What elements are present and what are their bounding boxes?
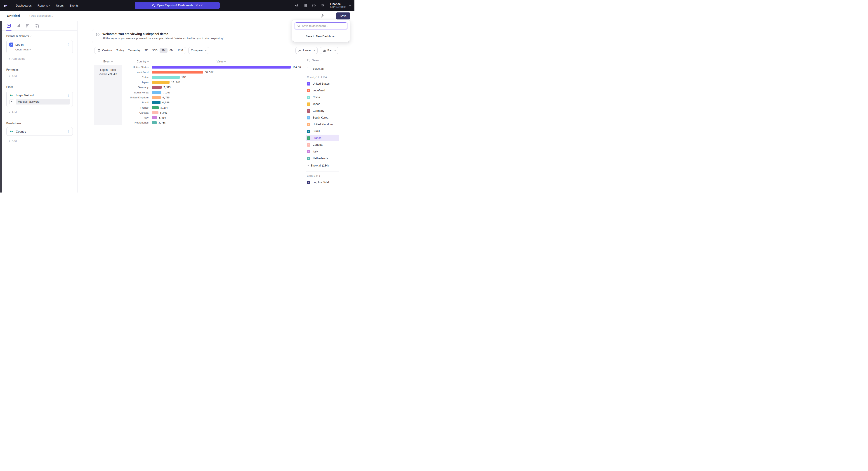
column-header-event[interactable]: Event [94, 60, 122, 63]
date-range-30d[interactable]: 30D [150, 48, 160, 53]
add-description-field[interactable]: + Add description... [29, 14, 53, 18]
date-range-6m[interactable]: 6M [167, 48, 176, 53]
country-filter-item[interactable]: Germany [306, 108, 339, 114]
select-all-row[interactable]: – Select all [306, 67, 339, 70]
tab-insights[interactable] [7, 24, 11, 28]
mixpanel-logo[interactable] [4, 3, 8, 8]
column-header-country[interactable]: Country [122, 60, 152, 63]
value-bar[interactable] [152, 121, 157, 124]
value-bar[interactable] [152, 111, 158, 114]
add-breakdown-button[interactable]: + Add [8, 139, 77, 143]
metric-kebab-icon[interactable]: ⋮ [67, 43, 70, 46]
nav-item-dashboards[interactable]: Dashboards [16, 4, 32, 7]
country-filter-item[interactable]: Brazil [306, 128, 339, 135]
breakdown-card[interactable]: Aa Country ⋮ [6, 127, 73, 136]
apps-grid-icon[interactable] [303, 3, 307, 7]
country-filter-checkbox[interactable] [307, 82, 310, 86]
country-filter-checkbox[interactable] [307, 109, 310, 113]
value-bar[interactable] [152, 76, 180, 79]
filter-card[interactable]: Aa Login Method ⋮ = Manual Password [6, 91, 73, 107]
tab-flows[interactable] [26, 24, 30, 28]
country-filter-item[interactable]: Japan [306, 101, 339, 108]
country-filter-item[interactable]: China [306, 94, 339, 101]
global-search-button[interactable]: Open Reports & Dashboards ⌘ + K [135, 2, 220, 9]
breakdown-property-name[interactable]: Country [16, 130, 65, 133]
add-metric-button[interactable]: + Add Metric [8, 57, 77, 60]
country-filter-item[interactable]: undefined [306, 87, 339, 94]
chart-mode-button[interactable]: Linear [296, 47, 318, 54]
metric-aggregation[interactable]: Count Total [16, 48, 70, 51]
country-filter-checkbox[interactable] [307, 89, 310, 92]
tab-funnels[interactable] [16, 24, 20, 28]
country-filter-checkbox[interactable] [307, 143, 310, 147]
country-filter-checkbox[interactable] [307, 150, 310, 153]
nav-item-users[interactable]: Users [56, 4, 64, 7]
events-cohorts-section-header[interactable]: Events & Cohorts [6, 35, 73, 38]
metric-event-name[interactable]: Log In [16, 43, 65, 47]
date-range-12m[interactable]: 12M [176, 48, 185, 53]
save-to-dashboard-field[interactable] [295, 22, 347, 29]
value-bar[interactable] [152, 81, 169, 84]
metric-card[interactable]: A Log In ⋮ Count Total [6, 40, 73, 53]
value-bar[interactable] [152, 86, 162, 89]
add-formula-button[interactable]: + Add [8, 75, 77, 78]
save-to-dashboard-input[interactable] [302, 24, 343, 28]
country-filter-item[interactable]: South Korea [306, 114, 339, 121]
value-bar[interactable] [152, 116, 157, 119]
filter-operator[interactable]: = [9, 99, 14, 104]
country-filter-checkbox[interactable] [307, 137, 310, 140]
country-filter-checkbox[interactable] [307, 102, 310, 106]
show-all-button[interactable]: Show all (184) [306, 162, 339, 169]
event-series-name: Log In - Total [100, 68, 116, 71]
save-button[interactable]: Save [336, 12, 350, 20]
help-icon[interactable] [312, 3, 316, 7]
date-range-custom[interactable]: Custom [95, 49, 114, 52]
add-filter-button[interactable]: + Add [8, 111, 77, 114]
country-filter-checkbox[interactable] [307, 129, 310, 133]
nav-item-reports[interactable]: Reports [37, 4, 50, 7]
legend-search-input[interactable] [312, 59, 335, 62]
more-options-icon[interactable]: ⋯ [328, 14, 332, 18]
value-bar[interactable] [152, 71, 203, 73]
value-bar[interactable] [152, 66, 291, 68]
legend-search[interactable] [306, 57, 339, 63]
chart-style-button[interactable]: Bar [320, 47, 338, 54]
country-filter-item[interactable]: Netherlands [306, 155, 339, 162]
country-filter-checkbox[interactable] [307, 96, 310, 99]
select-all-checkbox[interactable]: – [307, 67, 310, 70]
report-title[interactable]: Untitled [7, 14, 20, 18]
country-filter-item[interactable]: United States [306, 80, 339, 87]
date-range-yesterday[interactable]: Yesterday [126, 48, 143, 53]
country-filter-checkbox[interactable] [307, 157, 310, 160]
country-filter-item[interactable]: France [306, 135, 339, 141]
value-bar[interactable] [152, 106, 159, 109]
event-filter-item[interactable]: Log In - Total [306, 179, 339, 186]
event-filter-checkbox[interactable] [307, 181, 310, 184]
country-label: Netherlands [122, 121, 152, 124]
whats-new-icon[interactable] [295, 3, 299, 7]
copy-link-icon[interactable] [320, 14, 324, 18]
country-filter-item[interactable]: Italy [306, 148, 339, 155]
value-bar[interactable] [152, 96, 161, 99]
date-range-7d[interactable]: 7D [143, 48, 150, 53]
country-filter-item[interactable]: United Kingdom [306, 121, 339, 128]
nav-item-events[interactable]: Events [70, 4, 79, 7]
compare-button[interactable]: Compare [188, 47, 209, 54]
date-range-3m[interactable]: 3M [160, 48, 167, 53]
country-filter-checkbox[interactable] [307, 123, 310, 126]
date-range-today[interactable]: Today [114, 48, 126, 53]
save-to-new-dashboard-button[interactable]: Save to New Dashboard [292, 32, 350, 41]
country-filter-item[interactable]: Canada [306, 141, 339, 148]
event-count-label: Event 1 of 1 [306, 174, 339, 177]
breakdown-kebab-icon[interactable]: ⋮ [67, 130, 70, 133]
column-header-value[interactable]: Value [152, 60, 291, 63]
value-bar[interactable] [152, 91, 161, 94]
filter-kebab-icon[interactable]: ⋮ [67, 94, 70, 97]
value-bar[interactable] [152, 101, 160, 104]
project-switcher[interactable]: Finance All Project Data [330, 2, 351, 8]
filter-value[interactable]: Manual Password [16, 99, 70, 105]
settings-gear-icon[interactable] [320, 3, 324, 7]
country-filter-checkbox[interactable] [307, 116, 310, 119]
filter-property-name[interactable]: Login Method [16, 94, 65, 97]
tab-retention[interactable] [35, 24, 39, 28]
